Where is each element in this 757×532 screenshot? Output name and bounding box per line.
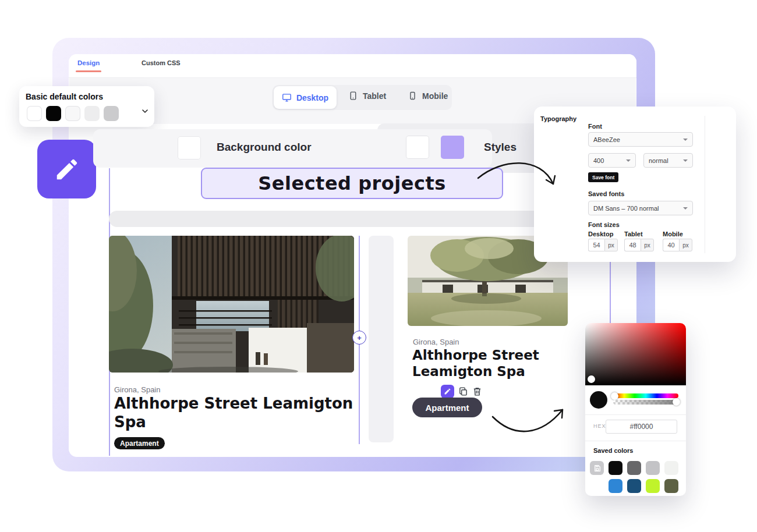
device-button-mobile[interactable]: Mobile xyxy=(408,91,448,101)
color-swatch[interactable] xyxy=(104,106,119,121)
project-location: Girona, Spain xyxy=(413,338,459,346)
project-image-house[interactable] xyxy=(109,236,354,373)
chevron-down-icon[interactable] xyxy=(140,107,150,116)
pencil-icon xyxy=(444,388,451,395)
font-sizes-label: Font sizes xyxy=(588,221,620,228)
desktop-icon xyxy=(282,93,292,102)
save-font-button[interactable]: Save font xyxy=(588,172,618,182)
saturation-area[interactable] xyxy=(585,323,686,385)
save-color-button[interactable] xyxy=(590,461,604,475)
tab-active-underline xyxy=(76,70,101,72)
save-icon xyxy=(593,464,601,472)
hex-input[interactable] xyxy=(606,420,677,434)
color-swatch[interactable] xyxy=(84,106,100,121)
hue-slider-handle[interactable] xyxy=(611,392,618,400)
color-swatch[interactable] xyxy=(46,106,61,121)
size-desktop-input[interactable] xyxy=(588,239,604,251)
saved-fonts-label: Saved fonts xyxy=(588,190,624,197)
house-photo-illustration xyxy=(109,236,354,373)
project-title: Althhorpe Street Leamigton Spa xyxy=(114,395,359,431)
current-color-preview xyxy=(590,391,607,409)
tab-custom-css[interactable]: Custom CSS xyxy=(142,59,181,66)
font-weight-value: 400 xyxy=(593,157,604,164)
saved-font-value: DM Sans – 700 normal xyxy=(593,205,659,212)
saved-colors-label: Saved colors xyxy=(593,447,633,454)
project-location: Girona, Spain xyxy=(114,385,161,394)
divider xyxy=(585,414,686,415)
size-desktop-label: Desktop xyxy=(588,230,613,237)
saved-color-swatch[interactable] xyxy=(627,479,641,493)
page-heading: Selected projects xyxy=(258,172,446,194)
edit-button[interactable] xyxy=(37,140,96,198)
edit-element-button[interactable] xyxy=(441,385,454,398)
device-label: Tablet xyxy=(363,91,386,101)
hex-label: HEX xyxy=(593,423,606,429)
mobile-icon xyxy=(408,91,418,101)
font-style-value: normal xyxy=(649,157,668,164)
font-weight-select[interactable]: 400 xyxy=(588,153,636,168)
project-tag[interactable]: Apartament xyxy=(114,437,165,449)
size-tablet-label: Tablet xyxy=(624,230,643,237)
alpha-slider-handle[interactable] xyxy=(673,398,680,406)
tab-design[interactable]: Design xyxy=(77,59,100,66)
saturation-marker[interactable] xyxy=(588,375,595,383)
alpha-slider[interactable] xyxy=(613,400,678,405)
saved-color-swatch[interactable] xyxy=(664,461,678,475)
selected-heading-element[interactable]: Selected projects xyxy=(201,168,503,199)
size-mobile-label: Mobile xyxy=(663,230,683,237)
styles-swatch-purple[interactable] xyxy=(441,136,464,159)
hue-slider[interactable] xyxy=(613,393,678,398)
project-title: Althhorpe Street Leamigton Spa xyxy=(412,347,569,380)
font-style-select[interactable]: normal xyxy=(643,153,693,168)
column-gap-placeholder xyxy=(369,236,394,442)
saved-color-swatch[interactable] xyxy=(646,479,660,493)
pencil-icon xyxy=(54,156,80,183)
background-color-label: Background color xyxy=(217,141,312,154)
typography-panel-title: Typography xyxy=(540,115,576,122)
divider xyxy=(585,441,686,441)
color-swatch[interactable] xyxy=(65,106,80,121)
font-select-value: ABeeZee xyxy=(593,136,620,143)
editor-screenshot: Design Custom CSS Desktop Tablet Mobile … xyxy=(0,0,757,532)
saved-fonts-select[interactable]: DM Sans – 700 normal xyxy=(588,201,693,215)
saved-color-swatch[interactable] xyxy=(609,461,622,475)
duplicate-icon[interactable] xyxy=(458,386,468,396)
color-swatch[interactable] xyxy=(27,106,42,121)
font-select[interactable]: ABeeZee xyxy=(588,132,693,147)
element-toolbar xyxy=(441,385,482,398)
saved-color-swatch[interactable] xyxy=(627,461,641,475)
background-color-swatch[interactable] xyxy=(178,136,201,159)
size-mobile-unit: px xyxy=(679,239,692,251)
device-label: Mobile xyxy=(422,91,448,101)
tablet-icon xyxy=(348,91,358,101)
font-label: Font xyxy=(588,123,602,130)
size-tablet-unit: px xyxy=(641,239,654,251)
device-button-tablet[interactable]: Tablet xyxy=(348,91,386,101)
size-tablet-input[interactable] xyxy=(624,239,641,251)
styles-swatch-white[interactable] xyxy=(406,136,429,159)
add-element-button[interactable]: + xyxy=(352,331,366,345)
device-button-desktop[interactable]: Desktop xyxy=(274,86,337,109)
project-tag[interactable]: Apartment xyxy=(412,398,482,417)
device-label: Desktop xyxy=(296,93,328,102)
saved-color-swatch[interactable] xyxy=(646,461,660,475)
size-mobile-input[interactable] xyxy=(663,239,679,251)
basic-colors-title: Basic default colors xyxy=(26,92,103,101)
saved-color-swatch[interactable] xyxy=(609,479,622,493)
styles-label: Styles xyxy=(484,141,517,154)
saved-color-swatch[interactable] xyxy=(664,479,678,493)
panel-divider xyxy=(705,116,705,253)
size-desktop-unit: px xyxy=(604,239,618,251)
trash-icon[interactable] xyxy=(472,386,482,396)
